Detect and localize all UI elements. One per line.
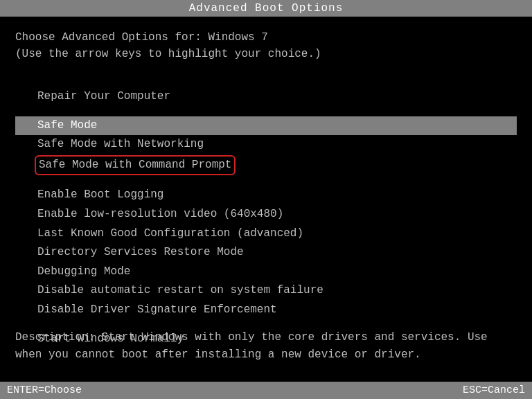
menu-item-boot-logging-label: Enable Boot Logging — [37, 188, 163, 201]
title-text: Advanced Boot Options — [189, 2, 344, 15]
description-line2: when you cannot boot after installing a … — [15, 346, 517, 364]
description-section: Description: Start Windows with only the… — [0, 322, 532, 371]
menu-item-debugging[interactable]: Debugging Mode — [15, 263, 517, 282]
title-bar: Advanced Boot Options — [0, 0, 532, 17]
footer-esc: ESC=Cancel — [463, 384, 525, 396]
menu-item-disable-driver-sig-label: Disable Driver Signature Enforcement — [37, 303, 277, 316]
intro-text: Choose Advanced Options for: Windows 7 (… — [15, 29, 517, 62]
menu-item-debugging-label: Debugging Mode — [37, 265, 130, 278]
menu-item-boot-logging[interactable]: Enable Boot Logging — [15, 186, 517, 205]
menu-item-low-res[interactable]: Enable low-resolution video (640x480) — [15, 205, 517, 224]
menu-item-safe-mode-cmd[interactable]: Safe Mode with Command Prompt — [15, 154, 517, 177]
menu-item-directory-services[interactable]: Directory Services Restore Mode — [15, 243, 517, 263]
footer-enter: ENTER=Choose — [7, 384, 82, 396]
menu-item-safe-mode-cmd-label: Safe Mode with Command Prompt — [39, 159, 231, 171]
spacer-repair — [15, 78, 517, 87]
menu-item-last-known-good-label: Last Known Good Configuration (advanced) — [37, 227, 303, 240]
menu-item-disable-driver-sig[interactable]: Disable Driver Signature Enforcement — [15, 301, 517, 320]
menu-item-directory-services-label: Directory Services Restore Mode — [37, 246, 244, 258]
intro-line2: (Use the arrow keys to highlight your ch… — [15, 46, 517, 62]
menu-item-last-known-good[interactable]: Last Known Good Configuration (advanced) — [15, 224, 517, 244]
menu-item-disable-restart[interactable]: Disable automatic restart on system fail… — [15, 281, 517, 301]
footer-bar: ENTER=Choose ESC=Cancel — [0, 382, 532, 399]
description-line1: Description: Start Windows with only the… — [15, 329, 517, 347]
menu-item-disable-restart-label: Disable automatic restart on system fail… — [37, 284, 323, 296]
intro-line1: Choose Advanced Options for: Windows 7 — [15, 29, 517, 46]
menu-item-safe-mode-networking[interactable]: Safe Mode with Networking — [15, 135, 517, 154]
main-content: Choose Advanced Options for: Windows 7 (… — [0, 17, 532, 348]
menu-item-safe-mode[interactable]: Safe Mode — [15, 116, 517, 136]
menu-item-safe-mode-label: Safe Mode — [37, 119, 97, 132]
menu-item-repair-label: Repair Your Computer — [37, 90, 170, 103]
menu-item-low-res-label: Enable low-resolution video (640x480) — [37, 208, 283, 220]
menu-section: Repair Your Computer Safe Mode Safe Mode… — [15, 78, 517, 348]
spacer-boot-logging — [15, 176, 517, 186]
menu-item-safe-mode-networking-label: Safe Mode with Networking — [37, 138, 204, 150]
menu-item-repair[interactable]: Repair Your Computer — [15, 87, 517, 107]
spacer-safe-mode — [15, 107, 517, 116]
circle-highlight: Safe Mode with Command Prompt — [35, 155, 236, 176]
